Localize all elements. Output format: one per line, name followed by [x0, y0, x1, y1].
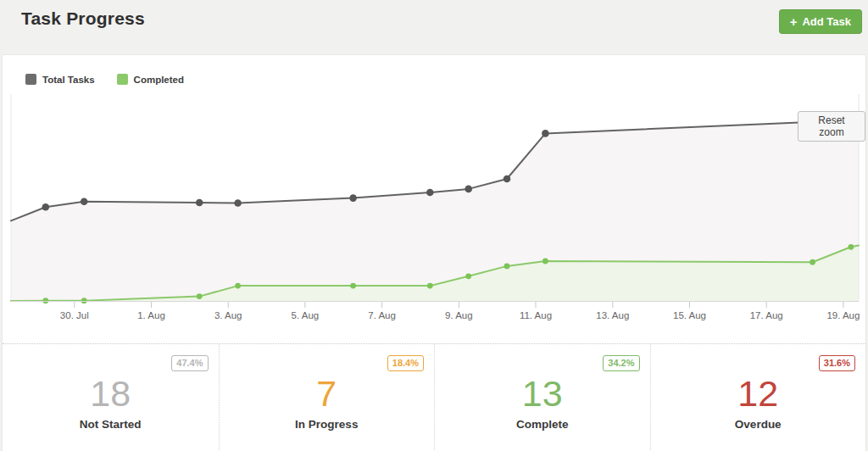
legend-item-completed[interactable]: Completed	[117, 74, 184, 85]
data-point[interactable]	[465, 273, 471, 279]
stat-card-in-progress: 18.4% 7 In Progress	[219, 344, 435, 451]
stat-label: In Progress	[220, 418, 435, 431]
data-point[interactable]	[349, 194, 357, 202]
stat-label: Not Started	[3, 418, 219, 431]
stat-value: 12	[651, 376, 866, 410]
data-point[interactable]	[849, 244, 854, 250]
x-axis-label: 9. Aug	[445, 310, 473, 320]
percent-badge: 31.6%	[819, 355, 855, 371]
add-task-button[interactable]: + Add Task	[779, 9, 862, 34]
stat-value: 18	[3, 376, 219, 410]
data-point[interactable]	[465, 186, 472, 193]
stat-card-complete: 34.2% 13 Complete	[434, 344, 650, 451]
data-point[interactable]	[234, 199, 242, 207]
stats-row: 47.4% 18 Not Started 18.4% 7 In Progress…	[3, 343, 865, 451]
chart-legend: Total Tasks Completed	[25, 74, 184, 85]
page-title: Task Progress	[21, 8, 145, 29]
legend-item-total-tasks[interactable]: Total Tasks	[25, 74, 95, 85]
legend-label: Total Tasks	[42, 75, 95, 85]
data-point[interactable]	[197, 293, 203, 299]
data-point[interactable]	[504, 264, 510, 270]
stat-value: 7	[220, 376, 435, 410]
data-point[interactable]	[196, 199, 203, 207]
stat-label: Overdue	[651, 418, 866, 431]
completed-swatch	[117, 74, 128, 85]
percent-badge: 47.4%	[171, 355, 208, 371]
x-axis-label: 13. Aug	[596, 310, 629, 320]
x-axis-label: 30. Jul	[60, 310, 89, 320]
data-point[interactable]	[42, 203, 50, 211]
data-point[interactable]	[542, 130, 549, 137]
x-axis-label: 15. Aug	[673, 310, 706, 320]
x-axis-label: 17. Aug	[750, 310, 783, 320]
add-task-label: Add Task	[802, 15, 851, 28]
stat-value: 13	[435, 376, 650, 410]
legend-label: Completed	[134, 75, 184, 85]
x-axis-label: 19. Aug	[826, 310, 860, 320]
percent-badge: 18.4%	[387, 355, 424, 371]
x-axis-label: 3. Aug	[214, 310, 242, 320]
data-point[interactable]	[427, 283, 433, 289]
data-point[interactable]	[350, 283, 356, 289]
data-point[interactable]	[235, 283, 241, 289]
data-point[interactable]	[504, 175, 511, 183]
stat-label: Complete	[435, 418, 650, 431]
chart-panel: Total Tasks Completed 30. Jul1. Aug3. Au…	[2, 54, 866, 451]
plus-icon: +	[790, 15, 798, 28]
data-point[interactable]	[81, 298, 87, 303]
stat-card-not-started: 47.4% 18 Not Started	[3, 344, 219, 451]
data-point[interactable]	[426, 189, 434, 197]
x-axis-label: 1. Aug	[137, 310, 165, 320]
data-point[interactable]	[542, 259, 548, 264]
reset-zoom-button[interactable]: Reset zoom	[798, 111, 865, 142]
data-point[interactable]	[81, 198, 88, 206]
page-header: Task Progress + Add Task	[0, 0, 868, 54]
percent-badge: 34.2%	[603, 355, 639, 371]
task-progress-chart[interactable]: 30. Jul1. Aug3. Aug5. Aug7. Aug9. Aug11.…	[3, 55, 865, 335]
data-point[interactable]	[810, 259, 815, 265]
x-axis-label: 7. Aug	[368, 310, 396, 320]
x-axis-label: 5. Aug	[292, 310, 320, 320]
total-tasks-swatch	[25, 74, 36, 85]
stat-card-overdue: 31.6% 12 Overdue	[650, 344, 866, 451]
x-axis-label: 11. Aug	[520, 310, 552, 320]
data-point[interactable]	[42, 298, 48, 303]
